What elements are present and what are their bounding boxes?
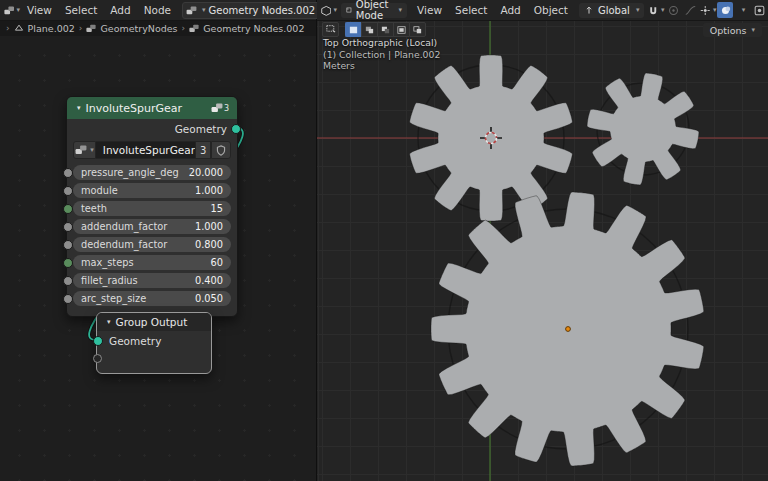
collapse-chevron-icon[interactable]: ▾: [77, 104, 81, 112]
node-tree-icon: [189, 24, 199, 33]
breadcrumb-tree[interactable]: Geometry Nodes.002: [203, 23, 304, 34]
param-label: max_steps: [81, 257, 134, 268]
chevron-down-icon: ▾: [333, 6, 337, 14]
param-row-arc_step_size: arc_step_size0.050: [73, 291, 231, 306]
node-body: Geometry: [97, 331, 211, 373]
menu-view[interactable]: View: [21, 4, 58, 16]
chevron-down-icon: ▾: [16, 6, 20, 14]
geometry-input-socket[interactable]: [93, 336, 103, 346]
float-input-socket[interactable]: [63, 168, 73, 178]
editor-type-button[interactable]: ▾: [321, 2, 337, 18]
viewport-canvas[interactable]: Options ▾ Top Orthographic (Local) (1) C…: [317, 20, 768, 481]
menu-add[interactable]: Add: [104, 4, 136, 16]
involute-spur-gear-node[interactable]: ▾ InvoluteSpurGear 3 Geometry: [66, 96, 238, 317]
param-label: pressure_angle_deg: [81, 167, 179, 178]
param-value: 0.050: [195, 293, 223, 304]
geometry-output-row: Geometry: [73, 119, 231, 139]
node-tree-icon: [186, 6, 197, 15]
options-label: Options: [710, 25, 747, 36]
mesh-plane-icon: [14, 23, 24, 33]
collection-object-text: (1) Collection | Plane.002: [323, 49, 440, 61]
param-slider-pressure_angle_deg[interactable]: pressure_angle_deg20.000: [73, 165, 231, 180]
overlays-icon: [720, 5, 731, 16]
menu-select[interactable]: Select: [449, 4, 493, 16]
shield-icon: [216, 145, 226, 156]
float-input-socket[interactable]: [63, 276, 73, 286]
param-slider-max_steps[interactable]: max_steps60: [73, 255, 231, 270]
int-input-socket[interactable]: [63, 258, 73, 268]
menu-select[interactable]: Select: [59, 4, 103, 16]
options-dropdown[interactable]: Options ▾: [703, 23, 762, 37]
proportional-falloff-icon[interactable]: [682, 2, 698, 18]
chevron-down-icon: ▾: [751, 26, 755, 34]
gizmos-toggle-button[interactable]: ▾: [700, 2, 716, 18]
param-slider-teeth[interactable]: teeth15: [73, 201, 231, 216]
param-slider-module[interactable]: module1.000: [73, 183, 231, 198]
chevron-down-icon: ▾: [713, 6, 717, 14]
xray-toggle-button[interactable]: [751, 2, 767, 18]
select-mode-subtract-button[interactable]: [377, 22, 393, 37]
param-slider-fillet_radius[interactable]: fillet_radius0.400: [73, 273, 231, 288]
node-body: Geometry ▾ InvoluteSpurGear 3: [67, 119, 237, 316]
chevron-down-icon: ▾: [399, 6, 403, 14]
node-group-browse-button[interactable]: ▾: [73, 141, 96, 159]
node-group-user-count-button[interactable]: 3: [195, 141, 211, 159]
node-title: Group Output: [116, 316, 188, 328]
param-row-addendum_factor: addendum_factor1.000: [73, 219, 231, 234]
chevron-down-icon: ▾: [202, 6, 206, 14]
menu-view[interactable]: View: [411, 4, 448, 16]
orientation-icon: [584, 5, 594, 15]
node-header[interactable]: ▾ Group Output: [97, 313, 211, 331]
gizmo-icon: [700, 5, 710, 16]
viewport-editor-icon: [321, 5, 331, 16]
select-mode-extend-button[interactable]: [361, 22, 377, 37]
collapse-chevron-icon[interactable]: ▾: [107, 318, 111, 326]
chevron-down-icon: ▾: [636, 6, 640, 14]
input-socket-label: Geometry: [109, 335, 161, 347]
overlays-dropdown[interactable]: ▾: [734, 2, 750, 18]
mode-selector[interactable]: Object Mode ▾: [341, 3, 407, 18]
select-mode-intersect-button[interactable]: [409, 22, 426, 37]
param-slider-addendum_factor[interactable]: addendum_factor1.000: [73, 219, 231, 234]
small-gear[interactable]: [587, 73, 699, 185]
param-label: module: [81, 185, 118, 196]
param-label: teeth: [81, 203, 107, 214]
virtual-input-socket[interactable]: [93, 354, 102, 363]
float-input-socket[interactable]: [63, 186, 73, 196]
node-tree-name[interactable]: Geometry Nodes.002: [209, 5, 316, 16]
menu-node[interactable]: Node: [138, 4, 177, 16]
breadcrumb-object[interactable]: Plane.002: [28, 23, 75, 34]
float-input-socket[interactable]: [63, 294, 73, 304]
menu-object[interactable]: Object: [528, 4, 574, 16]
node-header[interactable]: ▾ InvoluteSpurGear 3: [67, 97, 237, 119]
group-output-node[interactable]: ▾ Group Output Geometry: [96, 312, 212, 374]
select-mode-new-button[interactable]: [345, 22, 361, 37]
breadcrumb-modifier[interactable]: GeometryNodes: [100, 23, 177, 34]
overlays-toggle-button[interactable]: [717, 2, 733, 18]
node-editor-canvas[interactable]: ▾ InvoluteSpurGear 3 Geometry: [0, 36, 316, 481]
geometry-output-socket[interactable]: [231, 124, 241, 134]
float-input-socket[interactable]: [63, 222, 73, 232]
fake-user-shield-button[interactable]: [211, 141, 231, 159]
proportional-editing-icon[interactable]: [665, 2, 681, 18]
float-input-socket[interactable]: [63, 240, 73, 250]
param-slider-dedendum_factor[interactable]: dedendum_factor0.800: [73, 237, 231, 252]
node-group-user-count: 3: [224, 104, 229, 113]
active-tool-box-select-button[interactable]: [322, 22, 339, 37]
snap-magnet-button[interactable]: ▾: [648, 2, 664, 18]
transform-orientation-selector[interactable]: Global ▾: [579, 3, 644, 18]
xray-icon: [754, 5, 765, 16]
param-label: arc_step_size: [81, 293, 146, 304]
editor-type-button[interactable]: ▾: [4, 2, 20, 18]
param-slider-arc_step_size[interactable]: arc_step_size0.050: [73, 291, 231, 306]
geometry-node-editor: ▾ View Select Add Node ▾ Geometry Nodes.…: [0, 0, 316, 481]
param-value: 0.400: [195, 275, 223, 286]
int-input-socket[interactable]: [63, 204, 73, 214]
node-group-name-field[interactable]: InvoluteSpurGear: [96, 141, 195, 159]
menu-add[interactable]: Add: [494, 4, 526, 16]
select-mode-invert-button[interactable]: [393, 22, 409, 37]
object-origin-dot[interactable]: [566, 327, 571, 332]
node-group-users-badge: 3: [211, 103, 229, 113]
param-row-max_steps: max_steps60: [73, 255, 231, 270]
param-value: 60: [211, 257, 223, 268]
